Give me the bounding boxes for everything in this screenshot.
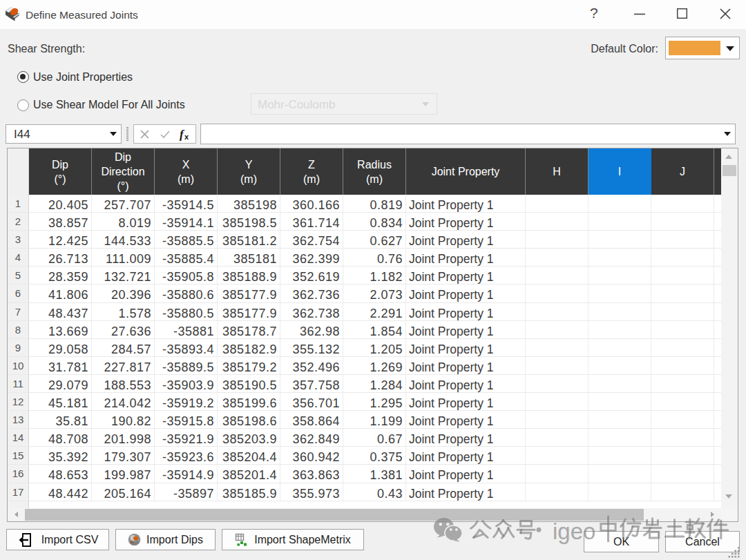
svg-text:igeo: igeo [553,519,595,544]
